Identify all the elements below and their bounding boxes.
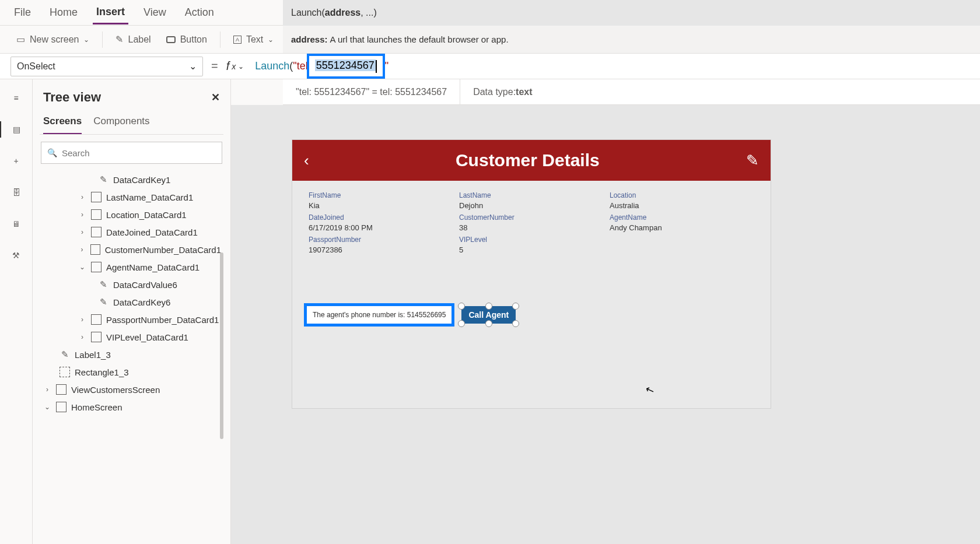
arg-name: address: <box>291 34 328 44</box>
agent-phone-text: The agent's phone number is: 5145526695 <box>313 311 446 319</box>
tree-node-viplevel[interactable]: ›VIPLevel_DataCard1 <box>40 328 223 346</box>
selection-handle[interactable] <box>458 303 465 310</box>
field-custnum: CustomerNumber38 <box>459 213 604 232</box>
tree-node-label13[interactable]: Label1_3 <box>40 346 223 363</box>
agent-phone-label[interactable]: The agent's phone number is: 5145526695 <box>304 303 454 327</box>
screen-icon <box>16 34 25 45</box>
text-button-text: Text <box>246 34 263 45</box>
label-button-text: Label <box>128 34 150 45</box>
screen-icon <box>56 384 66 395</box>
label-icon <box>98 174 108 185</box>
search-input[interactable] <box>62 148 216 158</box>
tree-node-location[interactable]: ›Location_DataCard1 <box>40 206 223 223</box>
close-icon[interactable]: ✕ <box>211 91 220 104</box>
tab-components[interactable]: Components <box>93 112 149 134</box>
tree-node-passport[interactable]: ›PassportNumber_DataCard1 <box>40 311 223 328</box>
plus-icon[interactable]: + <box>8 153 24 169</box>
card-icon <box>91 227 102 237</box>
menu-action[interactable]: Action <box>181 2 218 23</box>
button-button[interactable]: Button <box>160 31 213 48</box>
tree-node-agentname[interactable]: ⌄AgentName_DataCard1 <box>40 258 223 276</box>
edit-icon[interactable]: ✎ <box>746 152 759 170</box>
formula-string-end: " <box>385 60 388 72</box>
menu-home[interactable]: Home <box>46 2 81 23</box>
screen-icon <box>56 402 66 412</box>
label-button[interactable]: Label <box>110 30 156 48</box>
data-icon[interactable]: 🗄 <box>8 184 24 201</box>
hamburger-icon[interactable]: ≡ <box>8 90 24 106</box>
field-lastname: LastNameDejohn <box>459 191 604 210</box>
tree-node-homescreen[interactable]: ⌄HomeScreen <box>40 398 223 416</box>
tree-tabs: Screens Components <box>40 112 223 135</box>
arg-desc: A url that launches the default browser … <box>330 34 509 44</box>
chevron-right-icon: › <box>78 245 86 254</box>
call-agent-label: Call Agent <box>468 310 509 320</box>
tree-node-rect13[interactable]: Rectangle1_3 <box>40 363 223 381</box>
text-caret <box>376 60 377 73</box>
divider <box>220 31 220 48</box>
selection-handle[interactable] <box>485 303 492 310</box>
card-icon <box>91 192 102 202</box>
field-firstname: FirstNameKia <box>309 191 453 210</box>
selection-handle[interactable] <box>458 320 465 327</box>
chevron-right-icon: › <box>78 210 86 219</box>
selection-handle[interactable] <box>512 320 519 327</box>
tree-node-datejoined[interactable]: ›DateJoined_DataCard1 <box>40 223 223 241</box>
tree-view-title: Tree view <box>43 90 101 105</box>
card-icon <box>91 332 102 342</box>
new-screen-label: New screen <box>30 34 79 45</box>
search-icon: 🔍 <box>47 148 57 157</box>
property-selector[interactable]: OnSelect ⌄ <box>10 57 203 76</box>
tree-node-custnum[interactable]: ›CustomerNumber_DataCard1 <box>40 241 223 258</box>
formula-string: "tel <box>293 60 307 72</box>
field-agent: AgentNameAndy Champan <box>610 213 754 232</box>
field-datejoined: DateJoined6/17/2019 8:00 PM <box>309 213 453 232</box>
text-button[interactable]: A Text ⌄ <box>228 31 279 48</box>
tree-node-lastname[interactable]: ›LastName_DataCard1 <box>40 188 223 206</box>
chevron-down-icon: ⌄ <box>43 403 51 411</box>
fx-button[interactable]: fx ⌄ <box>226 59 244 73</box>
selection-handle[interactable] <box>512 303 519 310</box>
label-icon <box>60 349 70 360</box>
rectangle-icon <box>60 367 70 377</box>
tree-scrollbar[interactable] <box>220 252 223 439</box>
property-name: OnSelect <box>17 61 55 72</box>
formula-input[interactable]: Launch("tel 5551234567 " <box>252 57 970 76</box>
formula-signature-bar: Launch(address, ...) <box>283 0 980 26</box>
tools-icon[interactable]: ⚒ <box>8 247 24 264</box>
menu-view[interactable]: View <box>140 2 170 23</box>
field-vip: VIPLevel5 <box>459 236 604 254</box>
menu-insert[interactable]: Insert <box>93 1 128 24</box>
new-screen-button[interactable]: New screen ⌄ <box>10 30 95 48</box>
media-icon[interactable]: 🖥 <box>8 216 24 232</box>
details-form: FirstNameKia LastNameDejohn LocationAust… <box>292 181 771 265</box>
app-canvas[interactable]: ‹ Customer Details ✎ FirstNameKia LastNa… <box>292 140 771 408</box>
back-icon[interactable]: ‹ <box>304 152 309 170</box>
tab-screens[interactable]: Screens <box>43 112 82 134</box>
tree-node-dcvalue6[interactable]: DataCardValue6 <box>40 276 223 293</box>
chevron-down-icon: ⌄ <box>268 36 274 44</box>
tree-search[interactable]: 🔍 <box>41 142 222 164</box>
chevron-down-icon: ⌄ <box>78 263 86 271</box>
menu-file[interactable]: File <box>10 2 34 23</box>
tree-node-datacardkey1[interactable]: DataCardKey1 <box>40 171 223 188</box>
tree-list: DataCardKey1 ›LastName_DataCard1 ›Locati… <box>40 171 223 532</box>
tree-view-icon[interactable]: ▤ <box>0 121 33 138</box>
card-icon <box>91 209 102 220</box>
card-icon <box>91 262 102 272</box>
highlighted-phone: 5551234567 <box>315 59 376 71</box>
field-location: LocationAustralia <box>610 191 754 210</box>
chevron-down-icon: ⌄ <box>189 61 197 72</box>
canvas-area: ‹ Customer Details ✎ FirstNameKia LastNa… <box>231 105 980 544</box>
tree-node-viewcustomers[interactable]: ›ViewCustomersScreen <box>40 381 223 398</box>
phone-row: The agent's phone number is: 5145526695 … <box>304 303 516 327</box>
formula-result: "tel: 5551234567" = tel: 5551234567 <box>283 79 460 104</box>
formula-result-bar: "tel: 5551234567" = tel: 5551234567 Data… <box>283 79 980 105</box>
formula-argument-description: address: A url that launches the default… <box>283 26 980 54</box>
app-header: ‹ Customer Details ✎ <box>292 140 771 181</box>
selection-handle[interactable] <box>485 320 492 327</box>
highlighted-phone-box: 5551234567 <box>307 54 385 78</box>
label-icon <box>98 297 108 307</box>
tree-node-dckey6[interactable]: DataCardKey6 <box>40 293 223 311</box>
call-agent-button[interactable]: Call Agent <box>461 306 516 324</box>
